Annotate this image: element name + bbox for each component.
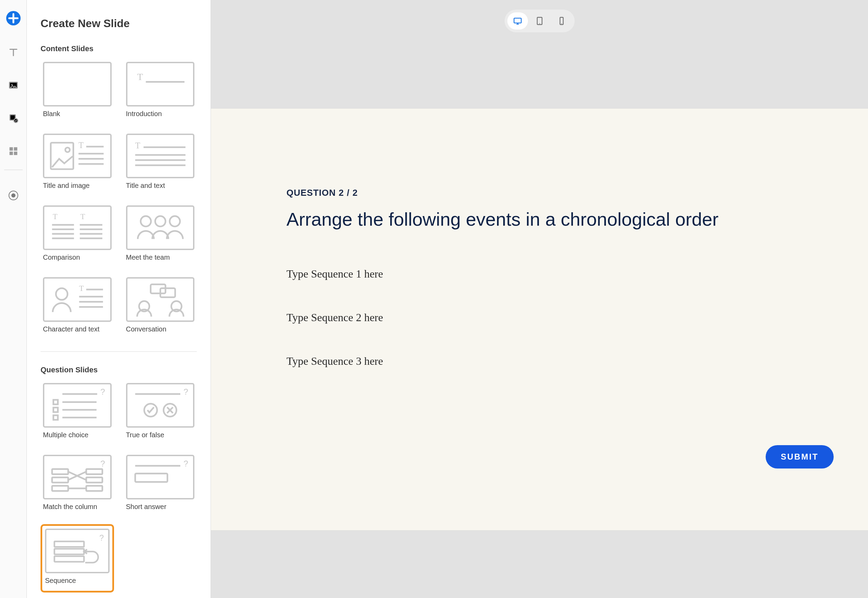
svg-rect-6: [9, 151, 13, 155]
svg-rect-7: [14, 151, 17, 155]
template-multiple-choice[interactable]: ? Multiple choice: [40, 381, 114, 446]
template-conversation[interactable]: Conversation: [124, 275, 197, 340]
template-label: Title and image: [43, 182, 112, 190]
add-slide-button[interactable]: [6, 11, 21, 25]
svg-rect-47: [53, 400, 58, 404]
template-label: Character and text: [43, 325, 112, 333]
panel-divider: [40, 351, 197, 352]
svg-rect-71: [514, 18, 521, 23]
device-switcher: [505, 10, 575, 32]
text-tool-icon[interactable]: [7, 46, 19, 58]
template-label: Comparison: [43, 254, 112, 262]
svg-rect-69: [54, 549, 84, 555]
interaction-tool-icon[interactable]: [7, 112, 19, 124]
template-label: True or false: [126, 431, 195, 439]
question-title[interactable]: Arrange the following events in a chrono…: [287, 208, 792, 230]
svg-rect-49: [53, 408, 58, 412]
template-character-and-text[interactable]: T Character and text: [40, 275, 114, 340]
panel-notch: [27, 11, 34, 25]
svg-point-75: [561, 23, 562, 24]
svg-text:?: ?: [100, 459, 105, 468]
svg-rect-61: [86, 469, 102, 474]
sequence-item-3[interactable]: Type Sequence 3 here: [287, 355, 792, 368]
device-desktop-button[interactable]: [507, 12, 528, 30]
svg-text:T: T: [79, 284, 84, 293]
svg-text:?: ?: [184, 387, 188, 396]
svg-text:T: T: [79, 141, 84, 150]
sequence-item-1[interactable]: Type Sequence 1 here: [287, 268, 792, 280]
svg-rect-63: [86, 486, 102, 491]
template-label: Sequence: [45, 577, 109, 585]
template-comparison[interactable]: T T Comparison: [40, 203, 114, 269]
svg-text:T: T: [137, 72, 143, 82]
svg-rect-68: [54, 541, 84, 547]
template-title-and-image[interactable]: T Title and image: [40, 131, 114, 197]
panel-title: Create New Slide: [40, 17, 197, 30]
template-label: Introduction: [126, 110, 195, 118]
record-icon[interactable]: [9, 191, 18, 200]
svg-point-35: [56, 288, 68, 300]
template-label: Match the column: [43, 503, 112, 511]
template-label: Conversation: [126, 325, 195, 333]
template-true-or-false[interactable]: ? True or false: [124, 381, 197, 446]
svg-point-11: [65, 148, 70, 152]
components-tool-icon[interactable]: [7, 145, 19, 157]
svg-text:T: T: [81, 212, 85, 221]
svg-point-33: [155, 216, 165, 226]
template-introduction[interactable]: T Introduction: [124, 60, 197, 125]
template-label: Title and text: [126, 182, 195, 190]
template-short-answer[interactable]: ? Short answer: [124, 452, 197, 518]
device-tablet-button[interactable]: [529, 12, 550, 30]
svg-text:?: ?: [99, 534, 104, 542]
left-rail: [0, 0, 27, 598]
template-blank[interactable]: Blank: [40, 60, 114, 125]
slide-canvas: QUESTION 2 / 2 Arrange the following eve…: [211, 108, 868, 531]
svg-rect-66: [135, 474, 167, 482]
template-meet-the-team[interactable]: Meet the team: [124, 203, 197, 269]
svg-point-73: [539, 23, 539, 24]
svg-text:?: ?: [184, 459, 188, 468]
svg-rect-58: [52, 469, 68, 474]
rail-divider: [4, 170, 23, 170]
template-label: Multiple choice: [43, 431, 112, 439]
svg-text:T: T: [52, 212, 57, 221]
question-templates-grid: ? Multiple choice ?: [40, 381, 197, 592]
svg-rect-59: [52, 477, 68, 483]
svg-rect-4: [9, 147, 13, 151]
device-mobile-button[interactable]: [551, 12, 572, 30]
template-sequence[interactable]: ? Sequence: [40, 524, 114, 592]
svg-rect-62: [86, 477, 102, 483]
template-match-the-column[interactable]: ? Match the column: [40, 452, 114, 518]
svg-point-32: [140, 216, 151, 226]
svg-rect-60: [52, 486, 68, 491]
template-title-and-text[interactable]: T Title and text: [124, 131, 197, 197]
svg-rect-51: [53, 415, 58, 420]
question-slides-heading: Question Slides: [40, 365, 197, 374]
content-slides-heading: Content Slides: [40, 44, 197, 53]
content-templates-grid: Blank T Introduction T: [40, 60, 197, 340]
template-label: Blank: [43, 110, 112, 118]
svg-text:?: ?: [100, 387, 105, 396]
template-label: Short answer: [126, 503, 195, 511]
canvas-area: QUESTION 2 / 2 Arrange the following eve…: [211, 0, 868, 598]
svg-rect-70: [54, 556, 84, 562]
media-tool-icon[interactable]: [7, 79, 19, 91]
svg-rect-5: [14, 147, 17, 151]
sequence-item-2[interactable]: Type Sequence 2 here: [287, 311, 792, 324]
template-label: Meet the team: [126, 254, 195, 262]
submit-button[interactable]: SUBMIT: [766, 445, 834, 468]
svg-point-34: [169, 216, 180, 226]
create-slide-panel: Create New Slide Content Slides Blank T …: [27, 0, 211, 598]
svg-text:T: T: [135, 141, 140, 150]
question-counter[interactable]: QUESTION 2 / 2: [287, 188, 792, 198]
